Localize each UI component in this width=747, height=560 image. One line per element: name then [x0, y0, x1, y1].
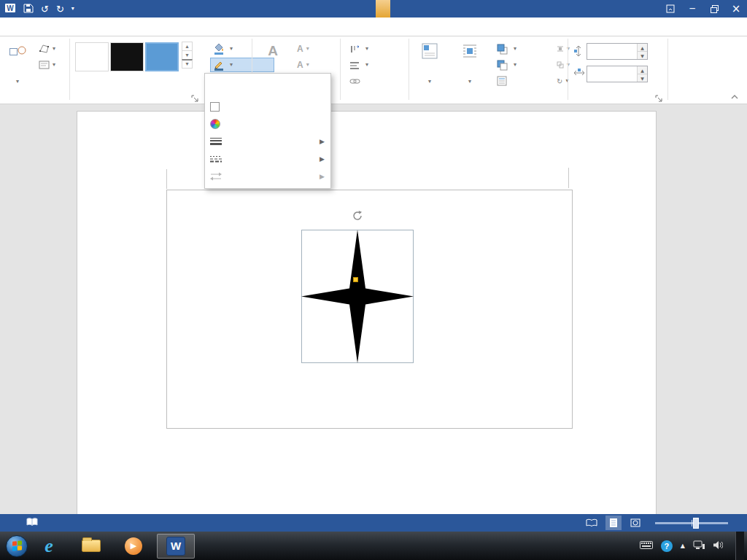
- text-box-button[interactable]: ▾: [35, 58, 61, 72]
- text-direction-button[interactable]: ▾: [346, 42, 406, 56]
- show-hidden-icons-button[interactable]: ▲: [681, 542, 685, 549]
- rotate-objects-button[interactable]: ↻▾: [553, 74, 568, 88]
- redo-button[interactable]: ↻: [56, 4, 64, 14]
- svg-text:W: W: [7, 4, 14, 12]
- pencil-icon: [214, 59, 224, 71]
- chevron-down-icon: ▾: [514, 62, 516, 68]
- selection-pane-button[interactable]: [493, 74, 553, 88]
- taskbar-word-button[interactable]: W: [157, 534, 195, 559]
- document-area: [0, 104, 747, 514]
- print-layout-button[interactable]: [605, 516, 622, 530]
- height-step-up-button[interactable]: ▲: [638, 44, 647, 52]
- minimize-button[interactable]: ─: [681, 0, 703, 18]
- wordart-a-icon: A: [268, 43, 278, 59]
- show-desktop-button[interactable]: [735, 532, 744, 560]
- align-objects-button[interactable]: ▾: [553, 42, 568, 56]
- volume-icon[interactable]: [713, 540, 723, 552]
- ribbon-tab-row: [0, 18, 747, 36]
- collapse-ribbon-button[interactable]: [729, 92, 740, 102]
- rotate-icon: ↻: [557, 77, 562, 85]
- wrap-text-button[interactable]: ▾: [449, 40, 490, 87]
- gallery-more-button[interactable]: ▾: [182, 59, 193, 69]
- help-button[interactable]: [638, 0, 659, 18]
- text-outline-button[interactable]: A▾: [293, 58, 321, 72]
- create-link-button[interactable]: [346, 74, 406, 88]
- menu-item-no-outline[interactable]: [205, 98, 330, 115]
- close-button[interactable]: ×: [725, 0, 747, 18]
- folder-icon: [82, 540, 101, 552]
- text-box-icon: [39, 60, 50, 70]
- edit-shape-button[interactable]: ▾: [35, 42, 61, 56]
- proofing-icon[interactable]: [26, 517, 38, 529]
- menu-item-weight[interactable]: ▶: [205, 133, 330, 150]
- group-separator: [667, 39, 668, 100]
- taskbar-explorer-button[interactable]: [70, 533, 112, 559]
- rotation-handle[interactable]: [352, 211, 363, 221]
- shape-styles-dialog-launcher[interactable]: [190, 93, 200, 104]
- group-objects-icon: [557, 61, 564, 69]
- no-outline-icon: [210, 102, 220, 112]
- maximize-button[interactable]: [703, 0, 725, 18]
- shape-adjust-handle[interactable]: [353, 277, 358, 282]
- arrange-group-label: [409, 94, 568, 104]
- insert-shapes-group-label: [0, 94, 69, 104]
- shape-width-input[interactable]: ▲ ▼: [587, 66, 648, 82]
- shape-height-input[interactable]: ▲ ▼: [587, 43, 648, 60]
- web-layout-button[interactable]: [627, 516, 643, 530]
- group-separator: [340, 39, 341, 100]
- internet-explorer-icon: e: [44, 537, 53, 556]
- shape-width-icon: [573, 68, 585, 78]
- chevron-down-icon: ▾: [365, 46, 368, 52]
- ime-help-icon[interactable]: ?: [661, 540, 673, 552]
- title-bar: W ↺ ↻ ▾ ─ ×: [0, 0, 747, 18]
- network-icon[interactable]: [693, 540, 705, 552]
- four-point-star-shape[interactable]: [301, 230, 414, 363]
- shapes-gallery-button[interactable]: ▾: [3, 40, 32, 87]
- text-fill-button[interactable]: A▾: [293, 42, 321, 56]
- menu-item-arrows[interactable]: ▶: [205, 168, 330, 185]
- width-step-down-button[interactable]: ▼: [638, 74, 647, 82]
- chevron-down-icon: ▾: [230, 62, 233, 68]
- zoom-slider-handle[interactable]: [693, 518, 699, 529]
- height-step-down-button[interactable]: ▼: [638, 52, 647, 59]
- group-objects-button[interactable]: ▾: [553, 58, 568, 72]
- bring-forward-button[interactable]: ▾: [493, 42, 553, 56]
- paint-bucket-icon: [214, 43, 224, 55]
- read-mode-button[interactable]: [584, 516, 600, 530]
- color-wheel-icon: [210, 119, 220, 129]
- system-tray: ? ▲: [632, 532, 747, 560]
- shape-style-preset-3-selected[interactable]: [145, 42, 179, 71]
- text-boundary-mark: [568, 168, 569, 188]
- media-player-icon: ▶: [125, 537, 142, 555]
- sign-in-link[interactable]: [721, 18, 747, 36]
- group-separator: [409, 39, 409, 100]
- shape-style-preset-2[interactable]: [110, 42, 144, 71]
- menu-item-more-colors[interactable]: [205, 115, 330, 133]
- selection-pane-icon: [497, 76, 507, 86]
- position-button[interactable]: ▾: [413, 40, 446, 87]
- shape-style-preset-1[interactable]: [75, 42, 109, 71]
- edit-shape-icon: [39, 44, 50, 54]
- chevron-down-icon: ▾: [514, 46, 516, 52]
- taskbar-media-button[interactable]: ▶: [112, 533, 155, 559]
- save-button[interactable]: [23, 3, 34, 15]
- menu-item-dashes[interactable]: ▶: [205, 150, 330, 168]
- quick-access-toolbar: W ↺ ↻ ▾: [4, 0, 74, 18]
- chevron-down-icon: ▾: [428, 79, 431, 85]
- zoom-slider-tick: [692, 520, 692, 526]
- dash-style-icon: [210, 155, 222, 163]
- send-backward-button[interactable]: ▾: [493, 58, 553, 72]
- customize-qat-button[interactable]: ▾: [71, 6, 74, 12]
- zoom-slider[interactable]: [655, 522, 728, 524]
- chevron-down-icon: ▾: [468, 79, 471, 85]
- size-dialog-launcher[interactable]: [654, 93, 664, 104]
- ribbon-display-options-button[interactable]: [659, 0, 681, 18]
- keyboard-icon[interactable]: [640, 541, 653, 551]
- start-button[interactable]: [6, 535, 28, 557]
- width-step-up-button[interactable]: ▲: [638, 66, 647, 74]
- chevron-down-icon: ▾: [53, 62, 55, 68]
- taskbar-ie-button[interactable]: e: [28, 533, 70, 559]
- text-fill-icon: A: [297, 44, 303, 54]
- align-text-button[interactable]: ▾: [346, 58, 406, 72]
- undo-button[interactable]: ↺: [41, 4, 49, 14]
